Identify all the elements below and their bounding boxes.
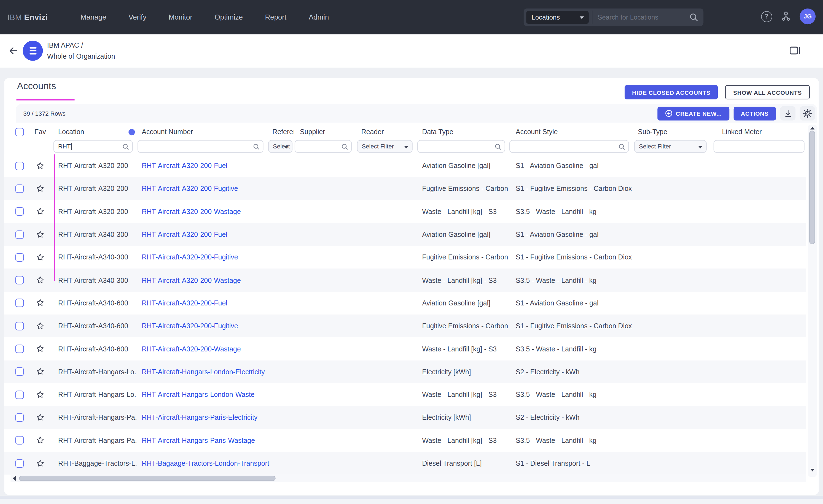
row-checkbox[interactable]: [15, 276, 24, 284]
row-checkbox[interactable]: [15, 253, 24, 262]
create-new-button[interactable]: CREATE NEW...: [657, 106, 729, 120]
search-icon[interactable]: [689, 13, 698, 22]
menu-item-manage[interactable]: Manage: [80, 13, 107, 21]
row-checkbox[interactable]: [15, 436, 24, 445]
column-header-account-number[interactable]: Account Number: [136, 128, 267, 136]
back-arrow-icon[interactable]: [7, 45, 19, 56]
row-checkbox[interactable]: [15, 367, 24, 376]
help-icon[interactable]: ?: [761, 11, 772, 22]
menu-item-optimize[interactable]: Optimize: [215, 13, 243, 21]
favorite-star-icon[interactable]: [35, 321, 45, 331]
column-header-account-style[interactable]: Account Style: [508, 128, 632, 136]
vertical-scrollbar[interactable]: [808, 125, 817, 477]
column-header-reader[interactable]: Reader: [353, 128, 415, 136]
row-checkbox[interactable]: [15, 459, 24, 468]
account-number-link[interactable]: RHT-Aircraft-Hangars-London-Waste: [142, 391, 255, 399]
menu-item-verify[interactable]: Verify: [129, 13, 146, 21]
menu-item-admin[interactable]: Admin: [309, 13, 329, 21]
text-cursor: [71, 143, 72, 150]
horizontal-scrollbar-thumb[interactable]: [19, 476, 276, 481]
account-number-link[interactable]: RHT-Aircraft-Hangars-London-Electricity: [142, 368, 265, 375]
avatar[interactable]: JG: [800, 9, 816, 24]
linked-meter-filter-input[interactable]: [713, 140, 805, 153]
account-number-link[interactable]: RHT-Bagaage-Tractors-London-Transport: [142, 459, 269, 467]
actions-button[interactable]: ACTIONS: [733, 106, 776, 120]
favorite-star-icon[interactable]: [35, 161, 45, 171]
favorite-star-icon[interactable]: [35, 298, 45, 308]
account-number-link[interactable]: RHT-Aircraft-A320-200-Fuel: [142, 299, 227, 307]
column-header-data-type[interactable]: Data Type: [415, 128, 508, 136]
account-number-link[interactable]: RHT-Aircraft-A320-200-Fuel: [142, 162, 227, 170]
account-number-link[interactable]: RHT-Aircraft-Hangars-Paris-Electricity: [142, 414, 258, 421]
scroll-down-arrow-icon[interactable]: [810, 469, 814, 472]
menu-item-monitor[interactable]: Monitor: [169, 13, 192, 21]
row-checkbox[interactable]: [15, 322, 24, 330]
account-number-link[interactable]: RHT-Aircraft-A320-200-Fugitive: [142, 322, 238, 330]
vertical-scrollbar-thumb[interactable]: [809, 131, 815, 244]
sub-type-filter-select[interactable]: Select Filter: [634, 140, 707, 153]
favorite-star-icon[interactable]: [35, 367, 45, 376]
column-header-fav[interactable]: Fav: [28, 128, 53, 136]
location-cell: RHT-Aircraft-Hangars-Lo...: [53, 368, 136, 375]
column-header-location[interactable]: Location: [53, 128, 136, 136]
hierarchy-icon[interactable]: [780, 10, 792, 22]
breadcrumb: IBM APAC/ Whole of Organization: [47, 40, 115, 62]
show-all-accounts-button[interactable]: SHOW ALL ACCOUNTS: [725, 85, 810, 99]
account-number-link[interactable]: RHT-Aircraft-A320-200-Fuel: [142, 231, 227, 239]
account-number-cell: RHT-Aircraft-A320-200-Wastage: [136, 208, 267, 216]
row-checkbox[interactable]: [15, 230, 24, 239]
row-checkbox[interactable]: [15, 344, 24, 353]
account-number-link[interactable]: RHT-Aircraft-A320-200-Fugitive: [142, 185, 238, 193]
favorite-star-icon[interactable]: [35, 413, 45, 423]
favorite-star-icon[interactable]: [35, 390, 45, 399]
global-search-input[interactable]: [592, 13, 689, 21]
favorite-star-icon[interactable]: [35, 207, 45, 217]
panel-toggle-icon[interactable]: [789, 45, 802, 56]
table-row: RHT-Aircraft-A340-300 RHT-Aircraft-A320-…: [4, 246, 806, 269]
row-checkbox[interactable]: [15, 390, 24, 399]
account-number-link[interactable]: RHT-Aircraft-A320-200-Wastage: [142, 276, 241, 284]
location-filter-input[interactable]: RHT: [53, 140, 133, 153]
row-checkbox[interactable]: [15, 299, 24, 307]
favorite-star-icon[interactable]: [35, 459, 45, 468]
org-menu-button[interactable]: [23, 41, 43, 61]
data-type-filter-input[interactable]: [417, 140, 505, 153]
column-header-reference[interactable]: Reference: [267, 128, 294, 136]
download-button[interactable]: [780, 106, 796, 120]
account-style-filter-input[interactable]: [509, 140, 629, 153]
select-all-checkbox[interactable]: [15, 128, 24, 136]
nav-icon-group: ? JG: [761, 9, 816, 24]
row-checkbox[interactable]: [15, 185, 24, 193]
horizontal-scrollbar[interactable]: [10, 475, 806, 482]
favorite-star-icon[interactable]: [35, 230, 45, 239]
account-number-link[interactable]: RHT-Aircraft-A320-200-Wastage: [142, 345, 241, 353]
row-checkbox[interactable]: [15, 162, 24, 170]
footer-band: [0, 499, 823, 504]
favorite-star-icon[interactable]: [35, 344, 45, 353]
account-number-filter-input[interactable]: [138, 140, 264, 153]
search-scope-select[interactable]: Locations: [526, 11, 589, 23]
breadcrumb-parent[interactable]: IBM APAC: [47, 41, 79, 49]
column-header-sub-type[interactable]: Sub-Type: [632, 128, 712, 136]
column-header-supplier[interactable]: Supplier: [294, 128, 353, 136]
favorite-star-icon[interactable]: [35, 436, 45, 445]
menu-item-report[interactable]: Report: [265, 13, 287, 21]
account-style-cell: S3.5 - Waste - Landfill - kg: [508, 345, 632, 353]
favorite-star-icon[interactable]: [35, 253, 45, 262]
hide-closed-accounts-button[interactable]: HIDE CLOSED ACCOUNTS: [625, 85, 718, 99]
reference-filter-select[interactable]: Select Filter: [268, 140, 293, 153]
settings-button[interactable]: [800, 106, 815, 120]
scroll-up-arrow-icon[interactable]: [810, 127, 814, 130]
reader-filter-select[interactable]: Select Filter: [357, 140, 412, 153]
row-checkbox[interactable]: [15, 207, 24, 216]
account-number-link[interactable]: RHT-Aircraft-Hangars-Paris-Wastage: [142, 437, 255, 445]
column-header-linked-meter[interactable]: Linked Meter: [712, 128, 806, 136]
row-checkbox[interactable]: [15, 413, 24, 422]
supplier-filter-input[interactable]: [295, 140, 352, 153]
account-number-link[interactable]: RHT-Aircraft-A320-200-Wastage: [142, 208, 241, 216]
favorite-star-icon[interactable]: [35, 275, 45, 285]
account-number-link[interactable]: RHT-Aircraft-A320-200-Fugitive: [142, 253, 238, 261]
scroll-left-arrow-icon[interactable]: [13, 476, 16, 481]
search-scope-value: Locations: [532, 13, 560, 21]
favorite-star-icon[interactable]: [35, 184, 45, 194]
